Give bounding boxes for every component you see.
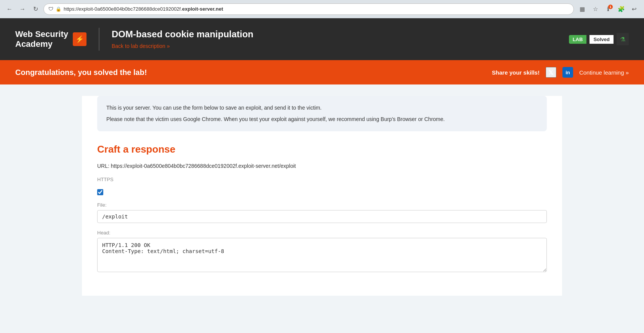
https-row: HTTPS	[97, 177, 547, 182]
logo-line2: Academy	[15, 39, 53, 49]
back-icon: ←	[6, 6, 13, 13]
logo-area: Web Security Academy ⚡	[15, 29, 87, 49]
head-label: Head:	[97, 230, 547, 236]
site-header: Web Security Academy ⚡ DOM-based cookie …	[0, 18, 644, 60]
url-prefix: https://exploit-0a6500e804b0bc7286688dce…	[64, 6, 182, 12]
url-line: URL: https://exploit-0a6500e804b0bc72866…	[97, 163, 547, 169]
file-label: File:	[97, 202, 547, 208]
share-area: Share your skills! 𝕏 in Continue learnin…	[492, 67, 629, 78]
head-group: Head: HTTP/1.1 200 OK Content-Type: text…	[97, 230, 547, 274]
https-checkbox[interactable]	[97, 189, 103, 195]
forward-button[interactable]: →	[18, 4, 27, 14]
logo-text: Web Security Academy	[15, 29, 68, 49]
qr-button[interactable]: ▦	[577, 4, 588, 14]
forward-icon: →	[19, 6, 26, 13]
continue-learning-link[interactable]: Continue learning »	[579, 69, 629, 76]
info-line1: This is your server. You can use the for…	[106, 104, 538, 112]
main-content: This is your server. You can use the for…	[82, 96, 562, 296]
browser-chrome: ← → ↻ 🛡 🔒 https://exploit-0a6500e804b0bc…	[0, 0, 644, 18]
header-info: DOM-based cookie manipulation Back to la…	[112, 29, 557, 49]
file-group: File:	[97, 202, 547, 223]
lock-icon: 🔒	[56, 6, 61, 12]
logo-icon: ⚡	[73, 32, 87, 46]
reload-icon: ↻	[33, 5, 38, 13]
shield-icon: 🛡	[48, 6, 53, 12]
info-box: This is your server. You can use the for…	[97, 96, 547, 131]
share-label: Share your skills!	[492, 69, 540, 76]
twitter-share-button[interactable]: 𝕏	[546, 67, 556, 78]
info-line2: Please note that the victim uses Google …	[106, 115, 538, 123]
url-bold: exploit-server.net	[182, 6, 223, 12]
flask-button[interactable]: ⚗	[617, 33, 629, 45]
congrats-text: Congratulations, you solved the lab!	[15, 68, 147, 77]
address-bar[interactable]: 🛡 🔒 https://exploit-0a6500e804b0bc728668…	[43, 3, 574, 15]
flask-icon: ⚗	[620, 36, 625, 43]
file-input[interactable]	[97, 210, 547, 223]
lab-title: DOM-based cookie manipulation	[112, 29, 557, 40]
url-value: https://exploit-0a6500e804b0bc7286688dce…	[111, 163, 296, 169]
congrats-banner: Congratulations, you solved the lab! Sha…	[0, 60, 644, 84]
logo-line1: Web Security	[15, 29, 68, 39]
solved-label: Solved	[593, 37, 610, 42]
head-textarea[interactable]: HTTP/1.1 200 OK Content-Type: text/html;…	[97, 238, 547, 272]
https-label: HTTPS	[97, 177, 114, 182]
header-badge-area: LAB Solved ⚗	[569, 33, 629, 45]
notification-badge: 1	[608, 5, 613, 9]
undo-button[interactable]: ↩	[629, 4, 639, 14]
reload-button[interactable]: ↻	[30, 4, 40, 14]
url-label: URL:	[97, 163, 109, 169]
notification-button[interactable]: ℹ 1	[603, 4, 614, 14]
linkedin-share-button[interactable]: in	[562, 67, 573, 78]
extensions-button[interactable]: 🧩	[616, 4, 626, 14]
star-button[interactable]: ☆	[590, 4, 601, 14]
back-button[interactable]: ←	[5, 4, 14, 14]
url-text: https://exploit-0a6500e804b0bc7286688dce…	[64, 6, 569, 12]
lab-badge: LAB	[569, 35, 587, 44]
section-title: Craft a response	[97, 143, 547, 155]
back-to-lab-link[interactable]: Back to lab description »	[112, 43, 170, 49]
browser-actions: ▦ ☆ ℹ 1 🧩 ↩	[577, 4, 639, 14]
header-divider	[99, 28, 99, 51]
solved-badge: Solved	[590, 35, 614, 44]
